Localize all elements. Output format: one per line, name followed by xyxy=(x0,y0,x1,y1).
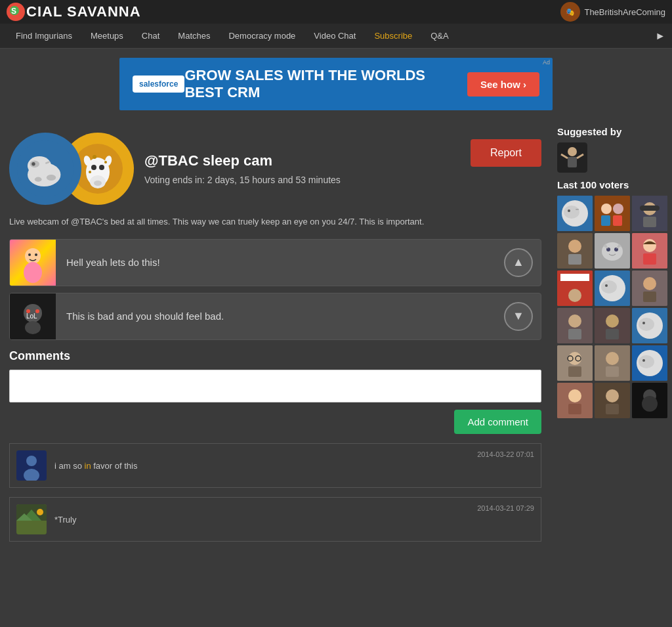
option-text-1: Hell yeah lets do this! xyxy=(56,257,504,268)
svg-rect-54 xyxy=(601,215,610,226)
svg-point-26 xyxy=(35,253,37,256)
svg-point-70 xyxy=(643,239,656,252)
comment-body-1: 2014-03-22 07:01 i am so in favor of thi… xyxy=(54,450,534,481)
svg-point-99 xyxy=(606,352,619,365)
match-info: @TBAC sleep cam Voting ends in: 2 days, … xyxy=(144,152,460,185)
svg-point-42 xyxy=(568,147,577,156)
nav-arrow-icon[interactable]: ► xyxy=(655,30,665,42)
svg-point-92 xyxy=(642,322,645,324)
voter-15 xyxy=(632,345,667,381)
user-avatar: 🎭 xyxy=(560,2,580,22)
nav-find-imgurians[interactable]: Find Imgurians xyxy=(7,26,81,46)
svg-point-53 xyxy=(613,204,623,214)
match-avatar-1 xyxy=(9,133,81,205)
logo: S CIAL SAVANNA xyxy=(7,3,141,21)
svg-rect-62 xyxy=(568,254,581,265)
voters-grid xyxy=(557,196,665,418)
vote-option-1: Hell yeah lets do this! ▲ xyxy=(9,239,541,286)
salesforce-logo: salesforce xyxy=(133,76,184,93)
svg-point-8 xyxy=(47,175,56,181)
voter-18 xyxy=(632,383,667,418)
svg-point-79 xyxy=(605,284,608,287)
svg-rect-74 xyxy=(560,274,589,281)
svg-point-94 xyxy=(568,352,581,365)
comment-date-1: 2014-03-22 07:01 xyxy=(54,450,534,458)
vote-option-2: LoL This is bad and you should feel bad.… xyxy=(9,293,541,340)
comments-heading: Comments xyxy=(9,349,541,363)
svg-rect-82 xyxy=(643,292,656,302)
svg-point-15 xyxy=(99,165,104,170)
nav-video-chat[interactable]: Video Chat xyxy=(304,26,365,46)
svg-rect-37 xyxy=(16,521,47,534)
option-image-1 xyxy=(10,240,56,286)
comment-text-1: i am so in favor of this xyxy=(54,461,534,471)
nav-subscribe[interactable]: Subscribe xyxy=(365,26,421,46)
svg-rect-50 xyxy=(576,209,579,210)
svg-text:LoL: LoL xyxy=(26,313,37,320)
svg-point-103 xyxy=(639,355,654,368)
svg-point-87 xyxy=(606,314,619,328)
svg-point-21 xyxy=(89,171,91,173)
svg-point-104 xyxy=(642,359,645,362)
voter-6 xyxy=(632,233,667,269)
nav-matches[interactable]: Matches xyxy=(169,26,219,46)
svg-point-34 xyxy=(26,456,37,466)
voter-12 xyxy=(632,308,667,343)
svg-point-23 xyxy=(25,248,41,264)
logo-icon: S xyxy=(7,3,25,21)
nav-democracy-mode[interactable]: Democracy mode xyxy=(219,26,304,46)
voter-16 xyxy=(557,383,593,418)
svg-rect-71 xyxy=(643,253,656,265)
comments-section: Comments Add comment 2014-03-22 07:01 xyxy=(9,349,541,542)
svg-point-48 xyxy=(564,205,579,219)
suggested-avatar xyxy=(557,142,587,173)
option-text-2: This is bad and you should feel bad. xyxy=(56,311,504,322)
voter-14 xyxy=(595,345,630,381)
svg-point-9 xyxy=(35,177,42,182)
voter-4 xyxy=(557,233,593,269)
nav-qa[interactable]: Q&A xyxy=(421,26,457,46)
svg-point-81 xyxy=(643,277,656,290)
svg-point-91 xyxy=(639,318,654,331)
voter-8 xyxy=(595,270,630,306)
option-thumb-1 xyxy=(10,240,56,286)
svg-point-106 xyxy=(568,389,581,402)
voter-17 xyxy=(595,383,630,418)
vote-up-button[interactable]: ▲ xyxy=(504,248,533,277)
comment-item-1: 2014-03-22 07:01 i am so in favor of thi… xyxy=(9,443,541,488)
nav-chat[interactable]: Chat xyxy=(133,26,169,46)
vote-down-button[interactable]: ▼ xyxy=(504,302,533,331)
ad-label: Ad xyxy=(543,59,550,66)
svg-rect-85 xyxy=(568,329,581,339)
svg-rect-55 xyxy=(613,215,622,226)
ad-cta-button[interactable]: See how › xyxy=(467,72,539,97)
svg-point-14 xyxy=(91,165,96,170)
nav-meetups[interactable]: Meetups xyxy=(81,26,133,46)
svg-point-52 xyxy=(601,204,612,214)
vote-options: Hell yeah lets do this! ▲ LoL xyxy=(9,239,541,340)
svg-rect-43 xyxy=(568,157,577,167)
add-comment-button[interactable]: Add comment xyxy=(454,410,541,434)
svg-point-61 xyxy=(568,240,581,253)
match-avatars xyxy=(9,133,134,205)
comment-input[interactable] xyxy=(9,370,541,402)
svg-point-113 xyxy=(642,396,658,412)
logo-text: CIAL SAVANNA xyxy=(26,3,141,20)
match-description: Live webcam of @TBAC's bed at all times.… xyxy=(9,215,541,228)
svg-point-19 xyxy=(93,155,96,159)
voter-9 xyxy=(632,270,667,306)
username: TheBritishAreComing xyxy=(584,7,665,17)
comment-item-2: 2014-03-21 07:29 *Truly xyxy=(9,497,541,542)
svg-rect-100 xyxy=(606,366,619,377)
comment-highlight: in xyxy=(85,461,91,471)
svg-point-16 xyxy=(94,181,102,186)
comment-text-2: *Truly xyxy=(54,515,534,525)
voter-10 xyxy=(557,308,593,343)
svg-point-24 xyxy=(24,262,42,283)
svg-point-75 xyxy=(568,289,581,302)
report-button[interactable]: Report xyxy=(471,139,541,167)
svg-point-78 xyxy=(601,280,617,293)
ad-headline: GROW SALES WITH THE WORLDS BEST CRM xyxy=(184,67,467,102)
voters-heading: Last 100 voters xyxy=(557,179,665,190)
comment-body-2: 2014-03-21 07:29 *Truly xyxy=(54,504,534,534)
